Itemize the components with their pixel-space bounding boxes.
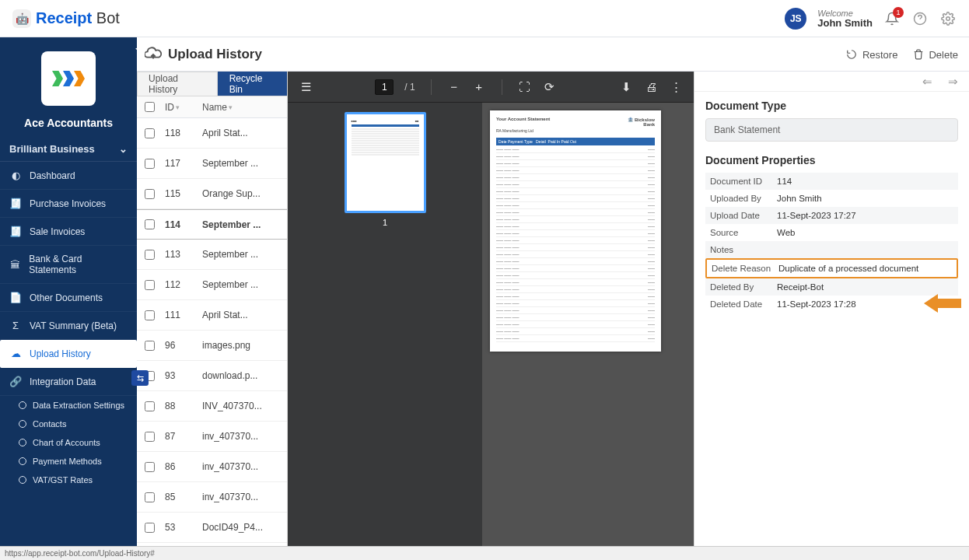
restore-button[interactable]: Restore (845, 49, 898, 61)
more-icon[interactable]: ⋮ (669, 80, 683, 94)
row-checkbox[interactable] (145, 492, 155, 502)
prop-row: Document ID114 (705, 173, 958, 190)
print-icon[interactable]: 🖨 (644, 80, 658, 94)
user-block: Welcome John Smith (817, 9, 873, 29)
table-row[interactable]: 117September ... (137, 149, 287, 179)
prop-value: Duplicate of a processed document (778, 264, 952, 273)
nav-label: Other Documents (30, 292, 103, 303)
rotate-icon[interactable]: ⟳ (543, 80, 557, 94)
row-checkbox[interactable] (145, 462, 155, 472)
table-row[interactable]: 86inv_407370... (137, 452, 287, 482)
preview-page: Your Account Statement 🏦 BickslowBank RA… (490, 110, 661, 352)
sidebar: ◀ Ace Accountants Brilliant Business ⌄ ◐… (0, 37, 137, 546)
avatar[interactable]: JS (785, 8, 806, 30)
row-id: 118 (162, 128, 199, 138)
delete-button[interactable]: Delete (913, 48, 958, 61)
sort-icon[interactable]: ▾ (176, 103, 180, 111)
business-select[interactable]: Brilliant Business ⌄ (0, 137, 137, 162)
row-checkbox[interactable] (145, 401, 155, 411)
page-input[interactable] (375, 79, 394, 95)
zoom-in-icon[interactable]: + (472, 80, 486, 94)
nav-bank[interactable]: 🏛Bank & Card Statements (0, 246, 137, 284)
table-row[interactable]: 114September ... (137, 209, 287, 240)
svg-marker-2 (924, 294, 961, 313)
invoice-icon: 🧾 (9, 198, 22, 209)
table-row[interactable]: 111April Stat... (137, 300, 287, 331)
sub-contacts[interactable]: Contacts (0, 415, 137, 433)
row-checkbox[interactable] (145, 159, 155, 169)
nav-integration[interactable]: 🔗Integration Data (0, 368, 137, 396)
sub-label: Chart of Accounts (33, 438, 100, 447)
col-id[interactable]: ID (165, 102, 174, 113)
page-view[interactable]: Your Account Statement 🏦 BickslowBank RA… (482, 103, 694, 546)
prop-label: Notes (710, 245, 777, 254)
list-column: Upload History Recycle Bin ID▾ Name▾ 118… (137, 72, 288, 546)
sub-vatrates[interactable]: VAT/GST Rates (0, 471, 137, 489)
select-all-checkbox[interactable] (145, 102, 155, 112)
row-id: 53 (162, 522, 199, 533)
sub-coa[interactable]: Chart of Accounts (0, 433, 137, 452)
tab-recycle-bin[interactable]: Recycle Bin (218, 72, 287, 96)
row-id: 85 (162, 492, 199, 502)
brand[interactable]: 🤖 Receipt Bot (12, 9, 120, 28)
table-row[interactable]: 85inv_407370... (137, 482, 287, 513)
sub-payment[interactable]: Payment Methods (0, 452, 137, 471)
sort-icon[interactable]: ▾ (229, 103, 233, 111)
row-checkbox[interactable] (145, 341, 155, 351)
table-row[interactable]: 112September ... (137, 270, 287, 300)
next-arrow-icon[interactable]: ⇒ (948, 75, 958, 89)
menu-icon[interactable]: ☰ (299, 80, 313, 94)
row-checkbox[interactable] (145, 523, 155, 533)
row-id: 87 (162, 431, 199, 442)
circle-icon (19, 439, 26, 446)
collapse-icon[interactable]: ◀ (135, 40, 145, 55)
table-row[interactable]: 53DocID49_P4... (137, 513, 287, 543)
row-checkbox[interactable] (145, 432, 155, 442)
thumbnail[interactable]: ■■■■■ (345, 112, 426, 213)
row-checkbox[interactable] (145, 280, 155, 290)
nav-other[interactable]: 📄Other Documents (0, 284, 137, 312)
table-row[interactable]: 87inv_407370... (137, 422, 287, 452)
help-icon[interactable] (911, 10, 929, 27)
thumbnail-strip: ■■■■■ 1 (288, 103, 482, 546)
svg-point-1 (946, 16, 950, 20)
status-bar: https://app.receipt-bot.com/Upload-Histo… (0, 546, 969, 560)
nav-purchase[interactable]: 🧾Purchase Invoices (0, 190, 137, 218)
row-name: download.p... (199, 370, 287, 381)
prop-value: Web (777, 228, 953, 237)
client-logo (41, 51, 96, 106)
prev-arrow-icon[interactable]: ⇐ (922, 75, 932, 89)
row-checkbox[interactable] (145, 189, 155, 199)
row-checkbox[interactable] (145, 310, 155, 320)
business-label: Brilliant Business (9, 143, 95, 155)
nav-upload-history[interactable]: ☁Upload History (0, 340, 137, 368)
prop-row: Uploaded ByJohn Smith (705, 190, 958, 207)
zoom-out-icon[interactable]: − (447, 80, 461, 94)
rows-container: 118April Stat...117September ...115Orang… (137, 118, 287, 546)
circle-icon (19, 476, 26, 484)
download-icon[interactable]: ⬇ (619, 80, 633, 94)
row-name: September ... (199, 219, 287, 230)
row-id: 117 (162, 158, 199, 169)
row-checkbox[interactable] (145, 250, 155, 260)
prop-label: Source (710, 228, 777, 237)
table-row[interactable]: 118April Stat... (137, 118, 287, 149)
table-row[interactable]: 88INV_407370... (137, 391, 287, 422)
table-row[interactable]: 96images.png (137, 331, 287, 361)
gear-icon[interactable] (939, 10, 957, 27)
row-checkbox[interactable] (145, 219, 155, 229)
nav-dashboard[interactable]: ◐Dashboard (0, 162, 137, 190)
row-checkbox[interactable] (145, 128, 155, 138)
tab-upload-history[interactable]: Upload History (137, 72, 218, 96)
table-row[interactable]: 113September ... (137, 240, 287, 270)
bell-icon[interactable]: 1 (883, 10, 901, 27)
table-row[interactable]: 93download.p... (137, 361, 287, 391)
table-row[interactable]: 115Orange Sup... (137, 179, 287, 209)
col-name[interactable]: Name (202, 102, 227, 113)
nav-vat[interactable]: ΣVAT Summary (Beta) (0, 312, 137, 340)
list-header: ID▾ Name▾ (137, 96, 287, 118)
sub-extraction[interactable]: Data Extraction Settings (0, 396, 137, 415)
nav-sale[interactable]: 🧾Sale Invoices (0, 218, 137, 246)
fit-icon[interactable]: ⛶ (518, 80, 532, 94)
reveal-handle[interactable]: ⇆ (131, 370, 149, 386)
